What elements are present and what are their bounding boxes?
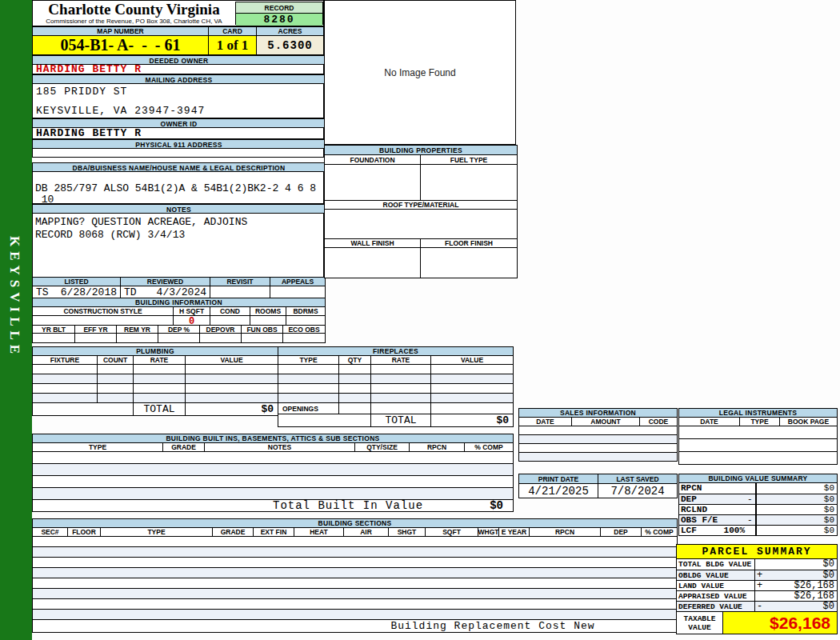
- sales-information-table: SALES INFORMATION DATE AMOUNT CODE: [518, 408, 678, 462]
- bvs-op: [747, 505, 755, 514]
- built-ins-empty-row: [33, 463, 513, 475]
- li-empty-row: [679, 451, 837, 464]
- bvs-row-dep: DEP - $0: [679, 494, 837, 504]
- bvs-row-rclnd: RCLND $0: [679, 504, 837, 514]
- record-number: 8280: [236, 14, 322, 26]
- li-header-date: DATE: [679, 418, 739, 426]
- notes-line1: MAPPING? QUESTION ACREAGE, ADJOINS: [35, 216, 247, 228]
- acres-label: ACRES: [256, 27, 323, 35]
- fireplaces-empty-row: [278, 393, 513, 402]
- bvs-label: DEP: [679, 494, 747, 504]
- last-saved-value: 7/8/2024: [598, 484, 677, 498]
- bs-header-sqft: SQFT: [425, 528, 478, 536]
- fireplaces-empty-row: [278, 383, 513, 393]
- parcel-row-totalbldg: TOTAL BLDG VALUE $0: [677, 559, 837, 570]
- mailing-line1: 185 PRIDDY ST: [36, 86, 127, 98]
- bs-header-comp: % COMP: [641, 528, 677, 536]
- deeded-owner-value: HARDING BETTY R: [32, 64, 324, 74]
- parcel-row-obldg: OBLDG VALUE + $0: [677, 570, 837, 580]
- parcel-op: [754, 559, 764, 570]
- plumbing-empty-row: [33, 364, 278, 374]
- built-ins-band: BUILDING BUILT INS, BASEMENTS, ATTICS & …: [33, 434, 513, 443]
- plumbing-table: PLUMBING FIXTURE COUNT RATE VALUE TOTAL …: [32, 346, 278, 416]
- built-ins-header-notes: NOTES: [204, 443, 354, 451]
- parcel-row-land: LAND VALUE + $26,168: [677, 580, 837, 590]
- bvs-row-rpcn: RPCN $0: [679, 483, 837, 494]
- listed-initials: TS: [36, 286, 49, 298]
- card-number: 1 of 1: [208, 36, 256, 54]
- bvs-band: BUILDING VALUE SUMMARY: [679, 474, 837, 483]
- no-image-text: No Image Found: [384, 67, 455, 78]
- built-ins-total-row: Total Built In Value $0: [33, 499, 513, 511]
- parcel-row-appraised: APPRAISED VALUE $26,168: [677, 590, 837, 601]
- bs-empty-row: [33, 578, 677, 588]
- card-label: CARD: [208, 27, 256, 35]
- print-saved-table: PRINT DATE LAST SAVED 4/21/2025 7/8/2024: [518, 474, 678, 498]
- floor-finish-label: FLOOR FINISH: [420, 239, 517, 247]
- legal-instruments-table: LEGAL INSTRUMENTS DATE TYPE BOOK PAGE: [678, 408, 838, 465]
- plumbing-empty-row: [33, 383, 278, 393]
- parcel-label: TOTAL BLDG VALUE: [677, 559, 754, 570]
- bs-header-grade: GRADE: [212, 528, 253, 536]
- reviewed-date: 4/3/2024: [157, 286, 206, 298]
- legal-line1: DB 285/797 ALSO 54B1(2)A & 54B1(2)BK2-2 …: [35, 182, 316, 194]
- built-ins-empty-row: [33, 451, 513, 463]
- built-ins-header-qtysize: QTY/SIZE: [354, 443, 409, 451]
- parcel-value: $0: [764, 570, 837, 580]
- bs-empty-row: [33, 598, 677, 609]
- fuel-type-value: [420, 165, 517, 200]
- rooms-label: ROOMS: [250, 307, 286, 315]
- fireplaces-table: FIREPLACES TYPE QTY RATE VALUE OPENINGS …: [278, 346, 514, 427]
- property-photo-box: No Image Found: [324, 0, 516, 145]
- yrblt-value: [33, 334, 74, 342]
- bdrms-value: [286, 316, 325, 325]
- bs-header-air: AIR: [343, 528, 388, 536]
- sales-empty-row: [519, 443, 677, 452]
- parcel-summary: PARCEL SUMMARY TOTAL BLDG VALUE $0 OBLDG…: [676, 544, 838, 634]
- built-ins-table: BUILDING BUILT INS, BASEMENTS, ATTICS & …: [32, 434, 514, 512]
- li-empty-row: [679, 438, 837, 451]
- parcel-op: -: [754, 602, 764, 611]
- mailing-address-box: 185 PRIDDY ST KEYSVILLE, VA 23947-3947: [32, 83, 324, 118]
- taxable-value: $26,168: [722, 612, 837, 634]
- parcel-value: $26,168: [764, 581, 837, 590]
- built-ins-header-type: TYPE: [33, 443, 162, 451]
- fireplaces-total-value: $0: [430, 414, 513, 426]
- bs-footer-row: Building Replacement Cost New: [33, 619, 677, 632]
- fireplaces-openings-row: OPENINGS: [278, 402, 513, 414]
- built-ins-empty-row: [33, 487, 513, 499]
- plumbing-total-row: TOTAL $0: [33, 402, 278, 415]
- bs-empty-row: [33, 557, 677, 567]
- bs-empty-row: [33, 588, 677, 598]
- bs-header-heat: HEAT: [294, 528, 343, 536]
- reviewed-value: TD 4/3/2024: [120, 286, 210, 298]
- fireplaces-header-rate: RATE: [370, 356, 430, 364]
- built-ins-header-comp: % COMP: [464, 443, 513, 451]
- bs-empty-row: [33, 609, 677, 619]
- bvs-op: [747, 483, 755, 494]
- built-ins-total-value: $0: [423, 500, 513, 511]
- bs-header-shgt: SHGT: [388, 528, 425, 536]
- wall-finish-value: [325, 248, 420, 278]
- parcel-label: APPRAISED VALUE: [677, 591, 754, 601]
- appeals-value: [270, 286, 325, 298]
- appeals-label: APPEALS: [270, 278, 325, 286]
- revisit-label: REVISIT: [210, 278, 270, 286]
- acres-value: 5.6300: [256, 36, 323, 54]
- plumbing-header-fixture: FIXTURE: [33, 356, 97, 364]
- bvs-op: -: [747, 515, 755, 525]
- parcel-label: LAND VALUE: [677, 581, 754, 590]
- district-sidebar: KEYSVILLE: [0, 0, 32, 640]
- bvs-value: $0: [755, 494, 837, 504]
- wall-finish-label: WALL FINISH: [325, 239, 420, 247]
- bvs-label: RPCN: [679, 483, 747, 494]
- depovr-value: [199, 334, 241, 342]
- plumbing-header-count: COUNT: [97, 356, 133, 364]
- fireplaces-header-type: TYPE: [278, 356, 338, 364]
- built-ins-header-grade: GRADE: [162, 443, 204, 451]
- building-information-band: BUILDING INFORMATION: [33, 298, 325, 307]
- map-header-row: MAP NUMBER CARD ACRES: [32, 26, 324, 36]
- county-title: Charlotte County Virginia: [33, 1, 235, 18]
- property-record-card: KEYSVILLE Charlotte County Virginia Comm…: [0, 0, 840, 640]
- bvs-label: RCLND: [679, 505, 747, 514]
